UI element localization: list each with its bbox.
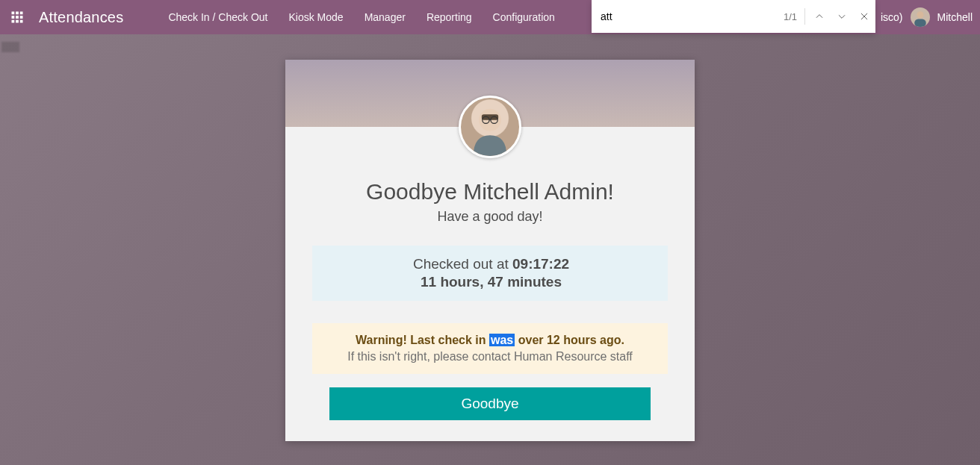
warning-suffix: over 12 hours ago. bbox=[515, 334, 624, 346]
greeting-title: Goodbye Mitchell Admin! bbox=[312, 179, 668, 205]
checkout-time-line: Checked out at 09:17:22 bbox=[322, 256, 660, 272]
svg-rect-2 bbox=[20, 12, 23, 15]
chevron-up-icon bbox=[814, 11, 825, 22]
checkout-card: Goodbye Mitchell Admin! Have a good day!… bbox=[285, 60, 695, 441]
warning-help-text: If this isn't right, please contact Huma… bbox=[320, 350, 660, 363]
checkout-duration: 11 hours, 47 minutes bbox=[322, 274, 660, 290]
nav-link-checkin[interactable]: Check In / Check Out bbox=[158, 0, 278, 34]
warning-headline: Warning! Last check in was over 12 hours… bbox=[320, 334, 660, 347]
nav-link-manager[interactable]: Manager bbox=[354, 0, 416, 34]
find-close-button[interactable] bbox=[853, 0, 875, 33]
nav-link-configuration[interactable]: Configuration bbox=[483, 0, 565, 34]
svg-rect-4 bbox=[16, 16, 19, 19]
checkout-prefix: Checked out at bbox=[413, 256, 512, 272]
divider bbox=[804, 8, 805, 25]
svg-rect-8 bbox=[20, 20, 23, 23]
nav-links: Check In / Check Out Kiosk Mode Manager … bbox=[158, 0, 565, 34]
checkout-info-box: Checked out at 09:17:22 11 hours, 47 min… bbox=[312, 246, 668, 301]
close-icon bbox=[859, 11, 869, 22]
svg-rect-10 bbox=[914, 19, 926, 27]
chevron-down-icon bbox=[837, 11, 847, 22]
checkout-duration-value: 11 hours, 47 minutes bbox=[421, 274, 562, 290]
nav-link-reporting[interactable]: Reporting bbox=[416, 0, 483, 34]
user-name[interactable]: Mitchell bbox=[937, 11, 973, 23]
find-prev-button[interactable] bbox=[808, 0, 831, 33]
find-next-button[interactable] bbox=[831, 0, 853, 33]
goodbye-button[interactable]: Goodbye bbox=[329, 387, 651, 420]
employee-avatar bbox=[459, 96, 521, 158]
apps-icon[interactable] bbox=[0, 10, 34, 24]
find-count: 1/1 bbox=[784, 11, 801, 22]
greeting-subtitle: Have a good day! bbox=[312, 209, 668, 225]
company-label-peek: isco) bbox=[881, 11, 903, 23]
card-body: Goodbye Mitchell Admin! Have a good day!… bbox=[285, 127, 695, 441]
shadow-artifact bbox=[1, 42, 19, 52]
checkout-time: 09:17:22 bbox=[512, 256, 569, 272]
svg-rect-5 bbox=[20, 16, 23, 19]
svg-point-9 bbox=[917, 11, 923, 18]
svg-rect-7 bbox=[16, 20, 19, 23]
search-highlight: was bbox=[489, 334, 515, 346]
svg-rect-1 bbox=[16, 12, 19, 15]
warning-box: Warning! Last check in was over 12 hours… bbox=[312, 323, 668, 374]
svg-rect-6 bbox=[12, 20, 15, 23]
nav-right: isco) Mitchell bbox=[881, 7, 980, 27]
nav-link-kiosk[interactable]: Kiosk Mode bbox=[278, 0, 353, 34]
svg-rect-3 bbox=[12, 16, 15, 19]
user-avatar-icon[interactable] bbox=[911, 7, 930, 27]
svg-rect-0 bbox=[12, 12, 15, 15]
find-in-page-bar: 1/1 bbox=[592, 0, 875, 33]
warning-prefix: Warning! Last check in bbox=[356, 334, 489, 346]
find-input[interactable] bbox=[592, 0, 784, 33]
app-brand[interactable]: Attendances bbox=[39, 9, 123, 26]
